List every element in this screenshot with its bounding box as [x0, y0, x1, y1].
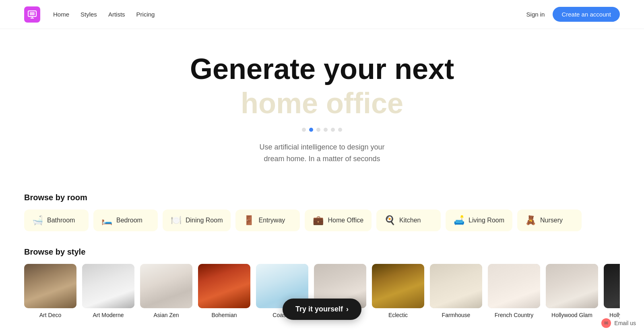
hero-subtitle: Use artificial intelligence to design yo… [8, 141, 636, 165]
home-office-icon: 💼 [313, 215, 324, 226]
browse-style-section: Browse by style Art Deco Art Moderne Asi… [0, 235, 644, 336]
style-img-bohemian [198, 264, 250, 308]
home-office-label: Home Office [328, 217, 363, 224]
dot-3[interactable] [316, 128, 320, 132]
sign-in-link[interactable]: Sign in [526, 11, 545, 18]
browse-style-title: Browse by style [24, 247, 620, 257]
entryway-icon: 🚪 [244, 215, 254, 226]
style-label-eclectic: Eclectic [372, 311, 424, 319]
nursery-label: Nursery [540, 217, 563, 224]
cta-arrow-icon: › [346, 305, 349, 313]
nav-left: Home Styles Artists Pricing [24, 6, 155, 23]
style-img-eclectic [372, 264, 424, 308]
style-card-bohemian[interactable]: Bohemian [198, 264, 250, 319]
navbar: Home Styles Artists Pricing Sign in Crea… [0, 0, 644, 29]
room-card-entryway[interactable]: 🚪 Entryway [235, 209, 300, 231]
nav-right: Sign in Create an account [526, 7, 620, 22]
cta-label: Try it yourself [295, 305, 343, 313]
style-label-hollywood-glam-1: Hollywood Glam [546, 311, 598, 319]
style-img-hollywood-glam-1 [546, 264, 598, 308]
nav-styles[interactable]: Styles [80, 11, 97, 18]
living-room-label: Living Room [469, 217, 504, 224]
style-label-farmhouse: Farmhouse [430, 311, 482, 319]
style-img-art-moderne [82, 264, 134, 308]
style-card-eclectic[interactable]: Eclectic [372, 264, 424, 319]
bathroom-label: Bathroom [47, 217, 75, 224]
svg-rect-1 [30, 12, 35, 15]
style-card-hollywood-glam-1[interactable]: Hollywood Glam [546, 264, 598, 319]
email-icon: ✉ [601, 318, 611, 328]
style-img-farmhouse [430, 264, 482, 308]
room-card-nursery[interactable]: 🧸 Nursery [517, 209, 582, 231]
dot-4[interactable] [324, 128, 328, 132]
style-label-hollywood-glam-2: Hollywood Glam [604, 311, 620, 319]
style-card-hollywood-glam-2[interactable]: Hollywood Glam [604, 264, 620, 319]
style-card-asian-zen[interactable]: Asian Zen [140, 264, 192, 319]
logo-svg [27, 10, 37, 19]
style-img-asian-zen [140, 264, 192, 308]
living-room-icon: 🛋️ [454, 215, 464, 226]
dot-5[interactable] [331, 128, 335, 132]
room-card-living-room[interactable]: 🛋️ Living Room [446, 209, 512, 231]
dots-container [8, 128, 636, 132]
bedroom-label: Bedroom [116, 217, 142, 224]
style-label-french-country: French Country [488, 311, 540, 319]
style-label-art-deco: Art Deco [24, 311, 76, 319]
logo-icon[interactable] [24, 6, 40, 23]
nav-pricing[interactable]: Pricing [136, 11, 155, 18]
bedroom-icon: 🛏️ [101, 215, 112, 226]
style-card-art-deco[interactable]: Art Deco [24, 264, 76, 319]
hero-section: Generate your next home office Use artif… [0, 29, 644, 181]
style-card-farmhouse[interactable]: Farmhouse [430, 264, 482, 319]
kitchen-label: Kitchen [399, 217, 421, 224]
dot-1[interactable] [302, 128, 306, 132]
kitchen-icon: 🍳 [384, 215, 395, 226]
dining-room-label: Dining Room [186, 217, 223, 224]
room-card-kitchen[interactable]: 🍳 Kitchen [376, 209, 441, 231]
dot-2[interactable] [309, 128, 313, 132]
rooms-row: 🛁 Bathroom 🛏️ Bedroom 🍽️ Dining Room 🚪 E… [24, 209, 620, 235]
room-card-home-office[interactable]: 💼 Home Office [305, 209, 372, 231]
animated-text-container: home office [8, 85, 636, 121]
nav-home[interactable]: Home [53, 11, 69, 18]
style-img-hollywood-glam-2 [604, 264, 620, 308]
nav-links: Home Styles Artists Pricing [53, 11, 155, 18]
style-img-art-deco [24, 264, 76, 308]
style-card-art-moderne[interactable]: Art Moderne [82, 264, 134, 319]
style-card-french-country[interactable]: French Country [488, 264, 540, 319]
email-us-label: Email us [614, 320, 636, 326]
room-card-bathroom[interactable]: 🛁 Bathroom [24, 209, 89, 231]
room-card-bedroom[interactable]: 🛏️ Bedroom [93, 209, 158, 231]
room-card-dining-room[interactable]: 🍽️ Dining Room [163, 209, 231, 231]
nav-artists[interactable]: Artists [108, 11, 125, 18]
browse-room-section: Browse by room 🛁 Bathroom 🛏️ Bedroom 🍽️ … [0, 181, 644, 235]
dot-6[interactable] [338, 128, 342, 132]
dining-room-icon: 🍽️ [171, 215, 182, 226]
browse-room-title: Browse by room [24, 193, 620, 202]
style-label-bohemian: Bohemian [198, 311, 250, 319]
entryway-label: Entryway [258, 217, 285, 224]
nursery-icon: 🧸 [525, 215, 536, 226]
style-img-french-country [488, 264, 540, 308]
email-us-widget[interactable]: ✉ Email us [601, 318, 636, 328]
cta-floating-button[interactable]: Try it yourself › [283, 299, 361, 320]
create-account-button[interactable]: Create an account [553, 7, 620, 22]
animated-word: home office [241, 87, 403, 120]
bathroom-icon: 🛁 [32, 215, 43, 226]
style-label-art-moderne: Art Moderne [82, 311, 134, 319]
hero-headline: Generate your next [8, 53, 636, 85]
style-label-asian-zen: Asian Zen [140, 311, 192, 319]
